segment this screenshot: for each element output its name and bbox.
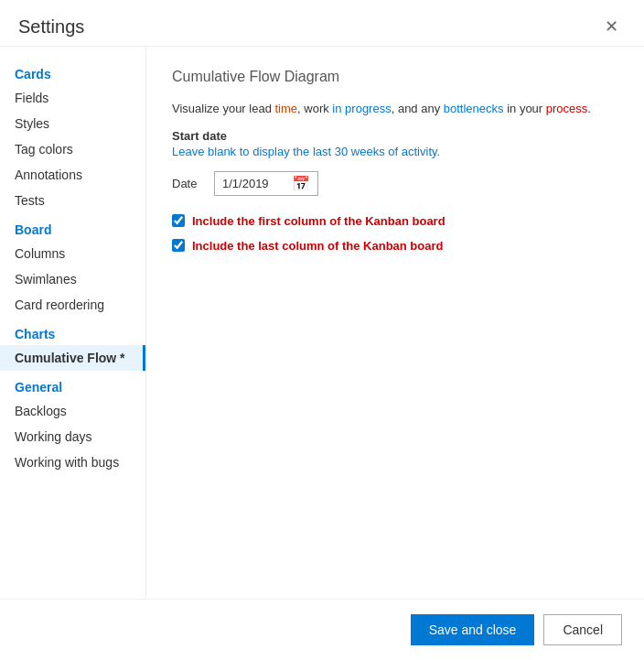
sidebar-section-general: General	[0, 371, 145, 398]
dialog-footer: Save and close Cancel	[0, 599, 644, 660]
word-in-progress: in progress	[332, 102, 391, 115]
settings-dialog: Settings ✕ Cards Fields Styles Tag color…	[0, 0, 644, 660]
sidebar-item-backlogs[interactable]: Backlogs	[0, 398, 145, 424]
sidebar-item-swimlanes[interactable]: Swimlanes	[0, 266, 145, 292]
date-input[interactable]	[222, 177, 286, 190]
description-text: Visualize your lead time, work in progre…	[172, 100, 618, 118]
sidebar-item-tests[interactable]: Tests	[0, 188, 145, 213]
sidebar-item-annotations[interactable]: Annotations	[0, 162, 145, 188]
dialog-body: Cards Fields Styles Tag colors Annotatio…	[0, 47, 644, 599]
checkbox-row-first-column: Include the first column of the Kanban b…	[172, 214, 618, 228]
main-content: Cumulative Flow Diagram Visualize your l…	[146, 47, 644, 599]
dialog-title: Settings	[18, 16, 84, 38]
checkbox-last-column-label: Include the last column of the Kanban bo…	[192, 239, 443, 253]
checkbox-first-column[interactable]	[172, 214, 185, 227]
sidebar-section-cards: Cards	[0, 58, 145, 85]
checkbox-first-column-label: Include the first column of the Kanban b…	[192, 214, 445, 228]
sidebar-item-tag-colors[interactable]: Tag colors	[0, 136, 145, 162]
checkbox-last-column[interactable]	[172, 239, 185, 252]
sidebar-item-working-days[interactable]: Working days	[0, 424, 145, 449]
checkbox-row-last-column: Include the last column of the Kanban bo…	[172, 239, 618, 253]
section-title: Cumulative Flow Diagram	[172, 69, 618, 85]
word-process: process	[546, 102, 588, 115]
start-date-hint: Leave blank to display the last 30 weeks…	[172, 145, 618, 158]
sidebar-item-working-with-bugs[interactable]: Working with bugs	[0, 449, 145, 475]
sidebar-section-charts: Charts	[0, 318, 145, 345]
sidebar-item-styles[interactable]: Styles	[0, 111, 145, 136]
date-row: Date 📅	[172, 171, 618, 196]
sidebar-item-fields[interactable]: Fields	[0, 85, 145, 111]
sidebar-item-columns[interactable]: Columns	[0, 241, 145, 266]
word-time: time	[275, 102, 298, 115]
word-bottlenecks: bottlenecks	[444, 102, 504, 115]
sidebar-section-board: Board	[0, 213, 145, 241]
sidebar-item-cumulative-flow[interactable]: Cumulative Flow *	[0, 345, 145, 371]
close-button[interactable]: ✕	[597, 15, 626, 38]
cancel-button[interactable]: Cancel	[543, 614, 622, 645]
dialog-header: Settings ✕	[0, 0, 644, 47]
date-label: Date	[172, 177, 205, 190]
calendar-icon[interactable]: 📅	[292, 175, 310, 192]
date-input-wrapper[interactable]: 📅	[214, 171, 318, 196]
sidebar-item-card-reordering[interactable]: Card reordering	[0, 292, 145, 318]
sidebar: Cards Fields Styles Tag colors Annotatio…	[0, 47, 146, 599]
start-date-label: Start date	[172, 129, 618, 143]
save-and-close-button[interactable]: Save and close	[411, 614, 535, 645]
